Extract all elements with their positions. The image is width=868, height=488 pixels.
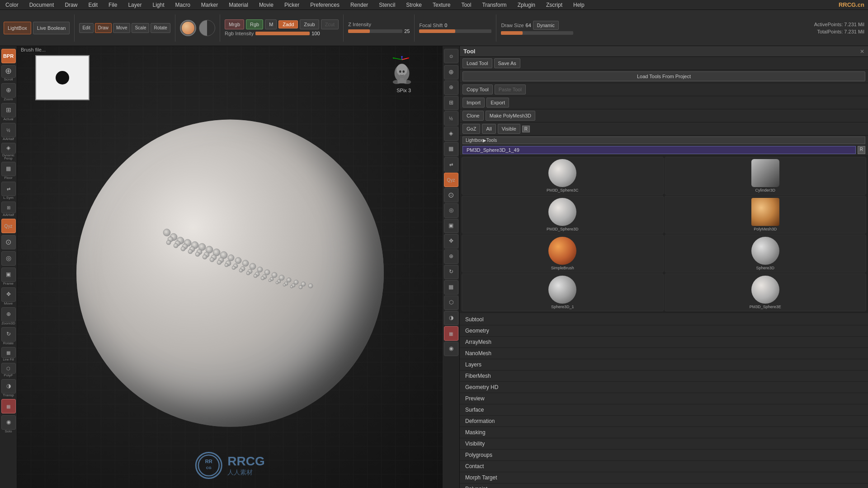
- aahalf-button[interactable]: ½: [1, 123, 16, 137]
- thumb-cylinder3d[interactable]: Cylinder3D: [665, 157, 867, 195]
- list-item-layers[interactable]: Layers: [460, 359, 868, 371]
- move3d-button[interactable]: ✥: [1, 287, 16, 302]
- menu-item-color[interactable]: Color: [4, 1, 20, 9]
- mrgb-button[interactable]: Mrgb: [225, 19, 244, 29]
- load-tool-button[interactable]: Load Tool: [462, 58, 492, 68]
- save-as-button[interactable]: Save As: [494, 58, 520, 68]
- rotate3d-button[interactable]: ↻: [1, 327, 16, 342]
- lsym-button[interactable]: ⇄: [1, 182, 16, 196]
- zsub-button[interactable]: Zsub: [300, 19, 319, 29]
- paste-tool-button[interactable]: Paste Tool: [495, 84, 526, 94]
- rgb-button[interactable]: Rgb: [246, 19, 263, 29]
- scroll-icon[interactable]: ⊕: [444, 65, 458, 80]
- list-item-contact[interactable]: Contact: [460, 461, 868, 472]
- menu-item-movie[interactable]: Movie: [257, 1, 275, 9]
- polyf-icon[interactable]: ⬡: [444, 296, 458, 310]
- export-button[interactable]: Export: [486, 98, 509, 108]
- qyz-button[interactable]: Qyz: [1, 219, 16, 233]
- menu-item-zplugin[interactable]: Zplugin: [516, 1, 537, 9]
- menu-item-tool[interactable]: Tool: [459, 1, 473, 9]
- thumb-simplebrush[interactable]: SimpleBrush: [462, 235, 664, 272]
- actual-icon[interactable]: ⊞: [444, 96, 458, 110]
- list-item-polypaint[interactable]: Polypaint: [460, 483, 868, 488]
- transp-icon[interactable]: ◑: [444, 311, 458, 325]
- zoom3d-icon[interactable]: ⊕: [444, 249, 458, 264]
- thumb-sphere3d[interactable]: Sphere3D: [665, 235, 867, 272]
- thumb-sphere3d-1[interactable]: Sphere3D_1: [462, 273, 664, 311]
- floor-icon[interactable]: ▦: [444, 142, 458, 156]
- navigation-cube[interactable]: [388, 55, 415, 93]
- thumb-polymesh3d[interactable]: PolyMesh3D: [665, 196, 867, 234]
- dynamic-button[interactable]: Dynamic: [533, 21, 559, 30]
- list-item-polygroups[interactable]: Polygroups: [460, 450, 868, 461]
- menu-item-help[interactable]: Help: [571, 1, 586, 9]
- dynmesh-button[interactable]: ▦: [1, 399, 16, 413]
- floor-button[interactable]: ▦: [1, 162, 16, 176]
- zoom-button[interactable]: ⊕: [1, 83, 16, 98]
- make-polymesh3d-button[interactable]: Make PolyMesh3D: [486, 111, 535, 121]
- frame-icon[interactable]: ▣: [444, 219, 458, 233]
- menu-item-picker[interactable]: Picker: [283, 1, 301, 9]
- lightbox-button[interactable]: LightBox: [4, 22, 31, 34]
- goz-button[interactable]: GoZ: [462, 124, 480, 134]
- all-button[interactable]: All: [482, 124, 495, 134]
- load-tools-project-button[interactable]: Load Tools From Project: [462, 71, 865, 81]
- linefill-icon[interactable]: ▦: [444, 280, 458, 295]
- menu-item-document[interactable]: Document: [28, 1, 56, 9]
- list-item-nanomesh[interactable]: NanoMesh: [460, 348, 868, 359]
- list-item-geometryhd[interactable]: Geometry HD: [460, 382, 868, 393]
- dynmesh-icon[interactable]: ▦: [444, 326, 458, 341]
- menu-item-material[interactable]: Material: [227, 1, 250, 9]
- list-item-visibility[interactable]: Visibility: [460, 438, 868, 450]
- bpr-button[interactable]: BPR: [1, 49, 16, 63]
- live-boolean-button[interactable]: Live Boolean: [33, 22, 70, 34]
- rgb-intensity-slider[interactable]: [255, 32, 310, 35]
- polyf-button[interactable]: ⬡: [1, 363, 16, 374]
- m-button[interactable]: M: [265, 19, 277, 29]
- menu-item-marker[interactable]: Marker: [199, 1, 220, 9]
- thumb-pm3d-sphere3d[interactable]: PM3D_Sphere3D: [462, 196, 664, 234]
- list-item-geometry[interactable]: Geometry: [460, 325, 868, 337]
- list-item-arraymesh[interactable]: ArrayMesh: [460, 337, 868, 348]
- menu-item-layer[interactable]: Layer: [126, 1, 143, 9]
- icon-1[interactable]: ⊙: [444, 188, 458, 202]
- zcut-button[interactable]: Zcut: [321, 19, 339, 29]
- menu-item-stroke[interactable]: Stroke: [404, 1, 424, 9]
- zoom-icon[interactable]: ⊕: [444, 80, 458, 95]
- color-picker[interactable]: [180, 20, 196, 36]
- scroll-button[interactable]: ⊕: [1, 65, 16, 78]
- list-item-surface[interactable]: Surface: [460, 404, 868, 416]
- move-button[interactable]: Move: [113, 23, 130, 33]
- rotate-icon[interactable]: ↻: [444, 265, 458, 279]
- scale-button[interactable]: Scale: [132, 23, 149, 33]
- thumb-pm3d-sphere3e[interactable]: PM3D_Sphere3E: [665, 273, 867, 311]
- menu-item-edit[interactable]: Edit: [86, 1, 99, 9]
- lsym-icon[interactable]: ⇄: [444, 157, 458, 172]
- list-item-fibermesh[interactable]: FiberMesh: [460, 371, 868, 382]
- solo-icon[interactable]: ◉: [444, 342, 458, 356]
- import-button[interactable]: Import: [462, 98, 485, 108]
- canvas-area[interactable]: Brush file... https://www.RRCG素材 RRCG.cn…: [17, 46, 443, 488]
- zoom3d-button[interactable]: ⊕: [1, 307, 16, 322]
- lightbox-tools-button[interactable]: Lightbox▶Tools: [462, 136, 865, 144]
- transp-button[interactable]: ◑: [1, 379, 16, 394]
- close-icon[interactable]: ✕: [860, 48, 864, 55]
- dynpersp-icon[interactable]: ◈: [444, 127, 458, 141]
- menu-item-draw[interactable]: Draw: [63, 1, 79, 9]
- focal-shift-slider[interactable]: [419, 29, 491, 33]
- draw-button[interactable]: Draw: [95, 23, 112, 33]
- qyz-icon[interactable]: Qyz: [444, 173, 458, 187]
- move-icon[interactable]: ✥: [444, 234, 458, 249]
- visible-button[interactable]: Visible: [498, 124, 520, 134]
- btn-1[interactable]: ⊙: [1, 235, 16, 249]
- menu-item-zscript[interactable]: Zscript: [544, 1, 564, 9]
- btn-2[interactable]: ◎: [1, 251, 16, 266]
- edit-button[interactable]: Edit: [79, 23, 93, 33]
- clone-button[interactable]: Clone: [462, 111, 484, 121]
- list-item-preview[interactable]: Preview: [460, 393, 868, 404]
- list-item-deformation[interactable]: Deformation: [460, 416, 868, 427]
- list-item-morphtarget[interactable]: Morph Target: [460, 472, 868, 483]
- icon-2[interactable]: ◎: [444, 203, 458, 218]
- menu-item-light[interactable]: Light: [151, 1, 166, 9]
- zadd-button[interactable]: Zadd: [278, 20, 298, 28]
